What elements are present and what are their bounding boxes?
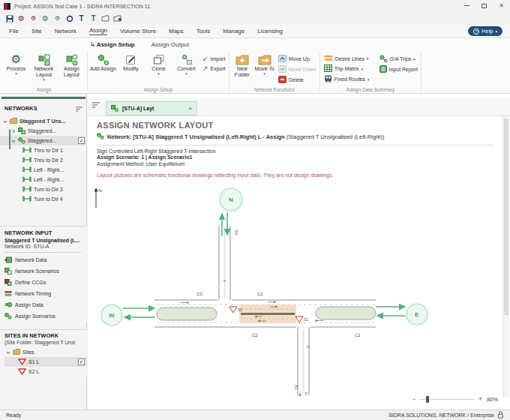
route-row[interactable]: Left - Right... <box>0 175 87 184</box>
assign-child-row[interactable]: Staggered... ✓ <box>0 136 87 146</box>
chevron-down-icon[interactable] <box>3 119 8 124</box>
sites-folder-row[interactable]: Sites <box>4 347 87 357</box>
road-label-c3: C3 <box>196 292 202 296</box>
assign-layout-button[interactable]: Assign Layout <box>58 52 86 78</box>
open-folder-icon[interactable] <box>113 14 122 23</box>
menu-site[interactable]: Site <box>32 28 42 34</box>
menu-manage[interactable]: Manage <box>223 28 244 34</box>
new-folder-button[interactable]: New Folder <box>231 52 254 78</box>
process-network-icon[interactable]: ⚙ <box>41 14 50 23</box>
network-icon <box>18 128 26 135</box>
site-row-s1[interactable]: S1 L ✓ <box>4 357 87 367</box>
panel-menu-icon[interactable] <box>76 101 82 115</box>
network-layout-button[interactable]: Network Layout ▾ <box>30 52 58 82</box>
menu-maps[interactable]: Maps <box>169 28 184 34</box>
menu-tools[interactable]: Tools <box>196 28 211 34</box>
route-row[interactable]: Left - Right... <box>0 165 87 175</box>
menu-volume-store[interactable]: Volume Store <box>120 28 156 34</box>
trip-matrix-button[interactable]: Trip Matrix ▾ <box>324 64 370 73</box>
close-button[interactable]: ✕ <box>493 0 510 11</box>
zoom-in-button[interactable]: + <box>478 396 482 403</box>
tab-close-icon[interactable]: × <box>188 105 192 112</box>
network-child-row[interactable]: Staggered... <box>0 126 87 136</box>
network-t-icon[interactable]: T <box>77 14 86 23</box>
site-row-s2[interactable]: S2 L <box>4 367 87 376</box>
fixed-routes-bus-icon <box>324 75 332 83</box>
assign-data-item[interactable]: Assign Data <box>4 299 87 310</box>
chevron-right-icon[interactable] <box>11 129 16 134</box>
fixed-routes-button[interactable]: Fixed Routes ▾ <box>324 75 370 83</box>
ribbon-tab-assign-output[interactable]: Assign Output <box>152 41 189 48</box>
node-n-label: N <box>229 196 233 203</box>
process-assign-icon[interactable]: ⚙ <box>53 14 62 23</box>
add-assign-button[interactable]: Add Assign <box>89 52 117 72</box>
ribbon-group-assign: ⚙ Process ▾ Network Layout ▾ Assign Layo… <box>2 51 86 93</box>
export-button[interactable]: ↗ Export <box>202 64 226 72</box>
menu-network[interactable]: Network <box>55 28 76 34</box>
save-icon[interactable] <box>5 14 14 23</box>
menu-assign[interactable]: Assign <box>89 27 107 35</box>
chevron-down-icon[interactable] <box>6 350 10 355</box>
route-row[interactable]: Thru to Dir 2 <box>0 155 87 165</box>
group-label-network-functions: Network Functions <box>231 87 318 93</box>
convert-button[interactable]: Convert ▾ <box>172 52 200 76</box>
padlock-icon <box>497 411 504 419</box>
maximize-button[interactable] <box>476 0 493 11</box>
network-timing-item[interactable]: Network Timing <box>4 288 87 299</box>
delete-button[interactable]: Delete <box>278 76 316 84</box>
assign-scenarios-item[interactable]: Assign Scenarios <box>4 310 87 322</box>
folder-icon[interactable] <box>101 14 110 23</box>
route-row[interactable]: Turn to Dir 3 <box>0 184 87 194</box>
zoom-slider[interactable] <box>420 399 474 400</box>
network-scenarios-item[interactable]: Network Scenarios <box>4 266 87 277</box>
minimize-button[interactable] <box>458 0 476 11</box>
process-button[interactable]: ⚙ Process ▾ <box>2 52 30 76</box>
tab-list-menu-icon[interactable] <box>92 98 100 111</box>
move-to-button[interactable]: Move To ▾ <box>254 52 276 76</box>
scrollbar-thumb[interactable] <box>504 118 508 315</box>
page-title: ASSIGN NETWORK LAYOUT <box>97 121 494 130</box>
assign-data-icon <box>4 302 12 309</box>
import-button[interactable]: ↙ Import <box>202 55 226 62</box>
zoom-out-button[interactable]: - <box>413 396 416 403</box>
route-row[interactable]: Thru to Dir 1 <box>0 146 87 155</box>
desire-lines-button[interactable]: Desire Lines ▾ <box>324 55 370 62</box>
define-ccgs-item[interactable]: Define CCGs <box>4 277 87 288</box>
chevron-down-icon[interactable] <box>11 139 16 143</box>
ribbon-group-network-functions: New Folder Move To ▾ Move Up <box>231 51 318 93</box>
assign-t-icon[interactable]: T <box>89 14 98 23</box>
app-logo-icon <box>4 3 10 10</box>
help-button[interactable]: ? Help ▾ <box>468 26 502 36</box>
move-down-button[interactable]: Move Down <box>278 65 316 74</box>
network-data-item[interactable]: Network Data <box>4 254 87 266</box>
assign-checkbox[interactable]: ✓ <box>78 137 85 144</box>
approach-label-a1: A1 <box>294 385 298 390</box>
process-all-icon[interactable]: ⚙ <box>17 14 26 23</box>
input-report-button[interactable]: Input Report <box>380 65 418 74</box>
site-s1-checkbox[interactable]: ✓ <box>78 358 85 365</box>
route-icon <box>22 176 32 183</box>
assign-layout-icon <box>66 53 78 66</box>
add-assign-icon <box>98 53 110 66</box>
document-tab[interactable]: [STU-A] Layt × <box>106 101 197 116</box>
route-row[interactable]: Turn to Dir 4 <box>0 194 87 204</box>
process-site-icon[interactable]: ⚙ <box>29 14 38 23</box>
zoom-slider-thumb[interactable] <box>426 396 429 403</box>
site-icon[interactable] <box>65 14 74 23</box>
network-input-panel: NETWORK INPUT Staggered T Unsignalised (… <box>0 226 87 322</box>
menu-file[interactable]: File <box>9 28 19 34</box>
give-way-sign-s2 <box>230 307 237 313</box>
folder-icon <box>13 349 20 356</box>
clone-button[interactable]: Clone ▾ <box>145 52 172 76</box>
ga-trips-button[interactable]: G/A Trips ▾ <box>380 55 418 63</box>
move-up-button[interactable]: Move Up <box>278 55 316 63</box>
network-folder-row[interactable]: Staggered T Uns... <box>0 116 87 126</box>
move-up-icon <box>278 55 286 63</box>
ribbon-tab-assign-setup[interactable]: ↳ Assign Setup <box>90 41 135 48</box>
gear-icon: ⚙ <box>11 53 21 66</box>
modify-button[interactable]: Modify <box>117 52 145 72</box>
vertical-scrollbar[interactable] <box>502 116 509 398</box>
menu-licensing[interactable]: Licensing <box>257 28 283 34</box>
group-label-assign-data-summary: Assign Data Summary <box>322 87 419 93</box>
network-layout-icon <box>38 53 50 66</box>
